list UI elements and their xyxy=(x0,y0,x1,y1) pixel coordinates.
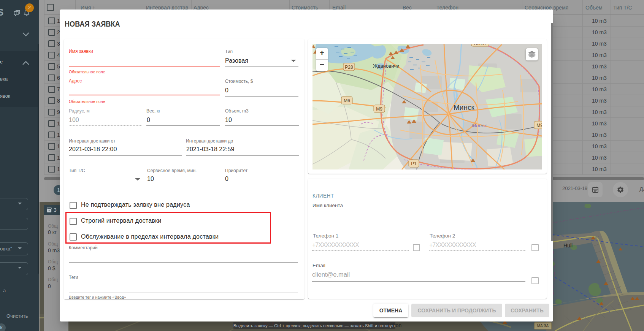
svg-text:M9: M9 xyxy=(376,106,382,112)
svg-text:P28: P28 xyxy=(345,65,353,70)
svg-text:M9: M9 xyxy=(536,123,542,128)
svg-text:?: ? xyxy=(16,12,17,14)
svg-text:П3651: П3651 xyxy=(474,44,486,46)
svg-text:Минск: Минск xyxy=(472,123,487,128)
svg-text:М6: М6 xyxy=(344,98,350,103)
svg-text:Минск: Минск xyxy=(454,103,474,111)
svg-text:Hull: Hull xyxy=(563,242,573,249)
svg-text:Ждановичи: Ждановичи xyxy=(373,63,399,69)
svg-text:P1: P1 xyxy=(411,161,417,166)
